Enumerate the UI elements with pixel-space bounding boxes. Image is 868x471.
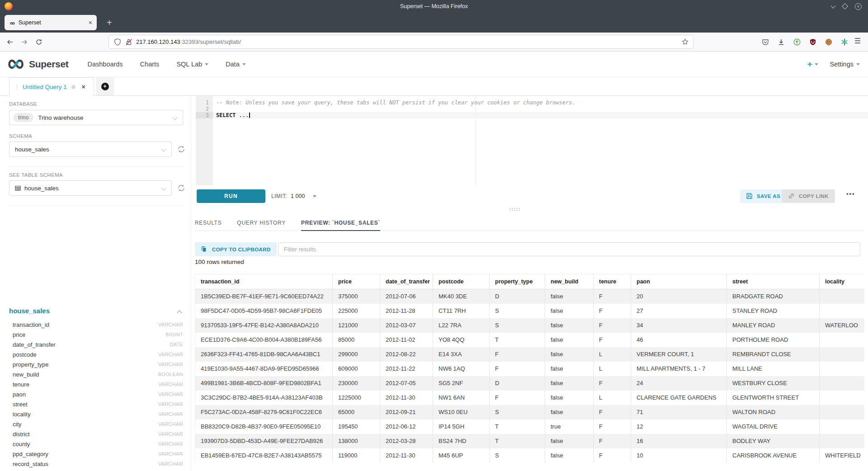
column-header[interactable]: transaction_id — [195, 274, 333, 289]
table-cell: 85000 — [333, 333, 380, 347]
nav-sql-lab[interactable]: SQL Lab — [176, 61, 208, 68]
new-item-button[interactable]: + — [807, 59, 818, 69]
back-icon[interactable] — [6, 38, 14, 46]
schema-column-row[interactable]: new_buildBOOLEAN — [0, 369, 191, 379]
schema-column-row[interactable]: tenureVARCHAR — [0, 379, 191, 389]
schema-column-row[interactable]: countyVARCHAR — [0, 439, 191, 449]
column-header[interactable]: date_of_transfer — [380, 274, 433, 289]
see-table-schema-label: SEE TABLE SCHEMA — [9, 172, 63, 178]
schema-column-row[interactable]: ppd_categoryVARCHAR — [0, 449, 191, 459]
refresh-schemas-icon[interactable] — [177, 145, 185, 153]
app-header: Superset Dashboards Charts SQL Lab Data … — [0, 52, 868, 77]
pane-resize-handle[interactable] — [509, 207, 521, 211]
copy-link-button[interactable]: COPY LINK — [782, 189, 835, 203]
table-name-heading[interactable]: house_sales — [9, 307, 50, 315]
copy-icon — [201, 246, 208, 253]
browser-tab[interactable]: ∞ Superset × — [5, 15, 97, 30]
table-cell: STANLEY ROAD — [727, 304, 820, 318]
chevron-up-icon[interactable] — [177, 310, 182, 315]
shield-icon[interactable] — [114, 38, 121, 46]
table-cell: 91370533-19F5-47FE-B142-A380A8ADA210 — [195, 318, 333, 333]
save-as-button[interactable]: SAVE AS — [740, 189, 786, 203]
window-close-icon[interactable]: × — [855, 3, 862, 10]
tab-preview-house-sales[interactable]: PREVIEW: `HOUSE_SALES` — [301, 216, 380, 231]
table-cell: F — [594, 304, 631, 318]
query-tab-close-icon[interactable]: × — [82, 83, 85, 90]
table-cell: F — [594, 405, 631, 419]
query-tab-untitled-query-1[interactable]: ⋮ Untitled Query 1 × — [9, 77, 94, 96]
forward-icon[interactable] — [21, 38, 28, 46]
privacy-badger-icon[interactable] — [793, 38, 801, 46]
window-title: Superset — Mozilla Firefox — [0, 3, 868, 9]
column-name: ppd_category — [13, 451, 158, 457]
nav-dashboards[interactable]: Dashboards — [87, 61, 123, 68]
add-query-tab-button[interactable]: + — [96, 77, 114, 95]
window-minimize-icon[interactable] — [830, 3, 835, 8]
more-actions-button[interactable]: ••• — [846, 190, 855, 197]
column-header[interactable]: tenure — [594, 274, 631, 289]
column-header[interactable]: locality — [820, 274, 864, 289]
filter-results-input[interactable] — [278, 242, 860, 256]
schema-column-row[interactable]: localityVARCHAR — [0, 409, 191, 419]
table-cell: MILL APARTMENTS, 1 - 7 — [631, 362, 727, 376]
tab-results[interactable]: RESULTS — [195, 216, 222, 231]
table-cell: BRADGATE ROAD — [727, 289, 820, 304]
column-header[interactable]: postcode — [433, 274, 490, 289]
schema-column-row[interactable]: streetVARCHAR — [0, 399, 191, 409]
url-bar[interactable]: 217.160.120.143:32393/superset/sqllab/ — [108, 35, 693, 49]
limit-dropdown[interactable]: LIMIT: 1 000 — [271, 189, 316, 203]
sql-code-editor[interactable]: 1 2 3 -- Note: Unless you save your quer… — [191, 96, 868, 185]
schema-column-row[interactable]: priceBIGINT — [0, 330, 191, 339]
window-maximize-icon[interactable] — [842, 3, 848, 9]
schema-column-row[interactable]: statusVARCHAR — [0, 469, 191, 471]
schema-column-row[interactable]: property_typeVARCHAR — [0, 359, 191, 369]
reload-icon[interactable] — [35, 38, 42, 46]
downloads-icon[interactable] — [778, 38, 785, 46]
refresh-tables-icon[interactable] — [177, 184, 185, 192]
superset-logo[interactable]: Superset — [6, 59, 68, 70]
table-cell: false — [545, 333, 594, 347]
copy-to-clipboard-button[interactable]: COPY TO CLIPBOARD — [195, 242, 277, 256]
browser-tab-close-icon[interactable]: × — [89, 19, 92, 26]
menu-hamburger-icon[interactable]: ☰ — [854, 37, 861, 45]
column-header[interactable]: paon — [631, 274, 727, 289]
table-cell: F — [594, 434, 631, 448]
column-header[interactable]: street — [727, 274, 820, 289]
browser-new-tab-button[interactable]: + — [107, 17, 112, 28]
bookmark-star-icon[interactable] — [682, 38, 689, 45]
schema-select[interactable]: house_sales — [9, 141, 172, 157]
active-line-highlight — [213, 112, 868, 118]
table-cell: F — [594, 333, 631, 347]
insecure-lock-icon[interactable] — [125, 38, 132, 46]
schema-column-row[interactable]: paonVARCHAR — [0, 389, 191, 399]
tab-query-history[interactable]: QUERY HISTORY — [237, 216, 286, 231]
column-header[interactable]: new_build — [545, 274, 594, 289]
settings-menu[interactable]: Settings — [830, 61, 860, 68]
nav-data[interactable]: Data — [226, 61, 246, 68]
query-tab-title: Untitled Query 1 — [23, 84, 67, 90]
app-nav: Dashboards Charts SQL Lab Data — [87, 61, 245, 68]
schema-column-row[interactable]: date_of_transferDATE — [0, 339, 191, 349]
cookie-extension-icon[interactable] — [825, 38, 832, 46]
column-header[interactable]: property_type — [490, 274, 545, 289]
ublock-origin-icon[interactable] — [809, 38, 816, 46]
table-cell: VERMEER COURT, 1 — [631, 347, 727, 362]
table-cell: L — [594, 362, 631, 376]
schema-column-row[interactable]: postcodeVARCHAR — [0, 349, 191, 359]
schema-column-row[interactable]: transaction_idVARCHAR — [0, 320, 191, 330]
drag-handle-icon[interactable]: ⋮ — [14, 84, 19, 90]
schema-column-row[interactable]: record_statusVARCHAR — [0, 459, 191, 469]
schema-column-row[interactable]: districtVARCHAR — [0, 429, 191, 439]
browser-toolbar: 217.160.120.143:32393/superset/sqllab/ — [0, 33, 868, 52]
run-query-button[interactable]: RUN — [197, 189, 265, 203]
table-schema-select[interactable]: house_sales — [9, 180, 172, 196]
asterisk-extension-icon[interactable] — [841, 38, 848, 46]
column-header[interactable]: price — [333, 274, 380, 289]
table-cell: BB8320C9-D82B-4B37-90E0-9FEE05095E10 — [195, 419, 333, 434]
database-select[interactable]: trino Trino warehouse — [9, 110, 183, 125]
nav-charts[interactable]: Charts — [140, 61, 160, 68]
schema-label: SCHEMA — [9, 133, 32, 139]
database-label: DATABASE — [9, 101, 37, 107]
schema-column-row[interactable]: cityVARCHAR — [0, 419, 191, 429]
pocket-icon[interactable] — [762, 38, 769, 46]
